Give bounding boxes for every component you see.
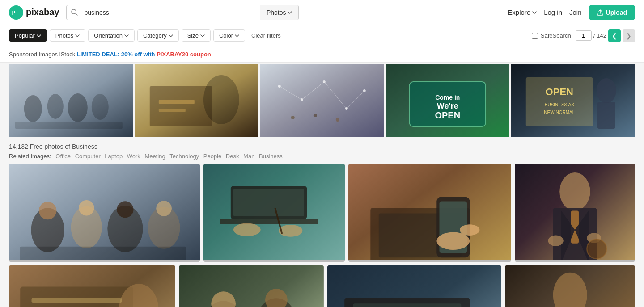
filter-bar: Popular Photos Orientation Category Size… bbox=[0, 25, 644, 46]
gallery-item[interactable] bbox=[327, 265, 501, 307]
svg-point-46 bbox=[39, 202, 57, 220]
search-type-button[interactable]: Photos bbox=[260, 5, 299, 20]
orientation-label: Orientation bbox=[94, 32, 123, 39]
login-link[interactable]: Log in bbox=[544, 8, 562, 16]
svg-point-47 bbox=[79, 200, 94, 216]
gallery-item[interactable] bbox=[179, 265, 324, 307]
clear-filters-button[interactable]: Clear filters bbox=[248, 30, 284, 41]
svg-point-6 bbox=[47, 94, 64, 119]
svg-rect-12 bbox=[158, 100, 194, 104]
svg-text:BUSINESS AS: BUSINESS AS bbox=[545, 102, 574, 107]
popular-chevron-icon bbox=[37, 34, 41, 37]
orientation-chevron-icon bbox=[124, 34, 129, 37]
explore-menu[interactable]: Explore bbox=[508, 8, 537, 16]
logo[interactable]: P pixabay bbox=[9, 5, 59, 20]
category-filter[interactable]: Category bbox=[137, 29, 179, 42]
logo-text: pixabay bbox=[26, 7, 59, 17]
join-link[interactable]: Join bbox=[569, 8, 582, 16]
category-label: Category bbox=[143, 32, 167, 39]
upload-button[interactable]: Upload bbox=[589, 5, 635, 20]
search-icon bbox=[67, 9, 82, 16]
gallery-item[interactable] bbox=[9, 164, 200, 262]
explore-chevron-icon bbox=[532, 11, 537, 14]
related-link-desk[interactable]: Desk bbox=[226, 153, 239, 160]
svg-point-49 bbox=[156, 201, 172, 216]
page-next-button[interactable]: ❯ bbox=[623, 29, 635, 42]
svg-rect-77 bbox=[179, 265, 324, 307]
sponsored-image-4[interactable]: Come in We're OPEN bbox=[386, 64, 510, 137]
color-filter[interactable]: Color bbox=[213, 29, 245, 42]
svg-point-54 bbox=[233, 223, 261, 236]
svg-point-8 bbox=[92, 94, 109, 120]
sponsored-image-3[interactable] bbox=[260, 64, 384, 137]
gallery-item[interactable] bbox=[9, 265, 175, 307]
gallery-item[interactable] bbox=[515, 164, 635, 262]
svg-text:We're: We're bbox=[437, 101, 458, 110]
related-link-technology[interactable]: Technology bbox=[169, 153, 199, 160]
sponsored-image-2[interactable] bbox=[135, 64, 259, 137]
sponsored-image-1[interactable] bbox=[9, 64, 133, 137]
related-link-people[interactable]: People bbox=[203, 153, 221, 160]
chevron-down-icon bbox=[288, 11, 292, 14]
sponsored-images-row: Come in We're OPEN OPEN BUSINESS AS NEW … bbox=[0, 63, 644, 139]
svg-text:P: P bbox=[12, 10, 16, 17]
svg-point-5 bbox=[24, 95, 42, 122]
page-total: 142 bbox=[597, 32, 606, 39]
related-row: Related Images: Office Computer Laptop W… bbox=[0, 152, 644, 164]
sponsored-coupon: coupon bbox=[190, 51, 211, 58]
svg-point-63 bbox=[460, 224, 479, 236]
svg-point-0 bbox=[9, 5, 23, 20]
gallery-item[interactable] bbox=[348, 164, 511, 262]
sponsored-banner: Sponsored Images iStock LIMITED DEAL: 20… bbox=[0, 46, 644, 63]
free-count: 14,132 Free photos of Business bbox=[9, 143, 635, 150]
svg-rect-72 bbox=[20, 287, 133, 307]
gallery-img-svg bbox=[9, 265, 175, 307]
color-chevron-icon bbox=[235, 34, 239, 37]
related-link-man[interactable]: Man bbox=[243, 153, 254, 160]
sponsored-img-svg-1 bbox=[9, 64, 133, 137]
page-prev-button[interactable]: ❮ bbox=[608, 29, 621, 42]
svg-point-38 bbox=[597, 78, 616, 103]
logo-icon: P bbox=[9, 5, 23, 20]
related-link-laptop[interactable]: Laptop bbox=[105, 153, 123, 160]
orientation-filter[interactable]: Orientation bbox=[88, 29, 135, 42]
related-link-business[interactable]: Business bbox=[259, 153, 283, 160]
svg-rect-85 bbox=[353, 303, 461, 307]
svg-point-7 bbox=[68, 93, 88, 122]
popular-filter[interactable]: Popular bbox=[9, 29, 47, 42]
search-input[interactable] bbox=[82, 5, 259, 20]
page-number-input[interactable] bbox=[576, 30, 592, 41]
related-link-work[interactable]: Work bbox=[127, 153, 140, 160]
photos-filter[interactable]: Photos bbox=[50, 29, 85, 42]
safe-search-wrap: SafeSearch bbox=[532, 32, 571, 39]
related-link-office[interactable]: Office bbox=[55, 153, 71, 160]
gallery-row-2 bbox=[9, 164, 635, 262]
header: P pixabay Photos Explore Log in Join bbox=[0, 0, 644, 25]
search-type-label: Photos bbox=[267, 9, 286, 16]
photos-label: Photos bbox=[55, 32, 73, 39]
gallery-item[interactable] bbox=[505, 265, 635, 307]
sponsored-label: Sponsored Images iStock bbox=[9, 51, 75, 58]
upload-icon bbox=[597, 9, 603, 16]
svg-rect-4 bbox=[9, 64, 133, 137]
info-row: 14,132 Free photos of Business bbox=[0, 139, 644, 152]
size-label: Size bbox=[187, 32, 199, 39]
related-link-meeting[interactable]: Meeting bbox=[144, 153, 165, 160]
photos-chevron-icon bbox=[75, 34, 80, 37]
popular-label: Popular bbox=[15, 32, 35, 39]
gallery-img-svg bbox=[327, 265, 501, 307]
svg-rect-9 bbox=[15, 122, 123, 129]
svg-text:Come in: Come in bbox=[435, 94, 460, 101]
gallery-item[interactable] bbox=[203, 164, 345, 262]
safe-search-checkbox[interactable] bbox=[532, 33, 538, 39]
svg-rect-74 bbox=[31, 298, 122, 303]
svg-text:OPEN: OPEN bbox=[546, 86, 573, 97]
gallery-img-svg bbox=[505, 265, 635, 307]
size-filter[interactable]: Size bbox=[182, 29, 211, 42]
filter-right: SafeSearch / 142 ❮ ❯ bbox=[532, 29, 635, 42]
sponsored-image-5[interactable]: OPEN BUSINESS AS NEW NORMAL bbox=[511, 64, 635, 137]
svg-line-3 bbox=[76, 13, 77, 15]
search-bar: Photos bbox=[66, 5, 299, 20]
svg-rect-53 bbox=[233, 189, 304, 216]
related-link-computer[interactable]: Computer bbox=[75, 153, 101, 160]
